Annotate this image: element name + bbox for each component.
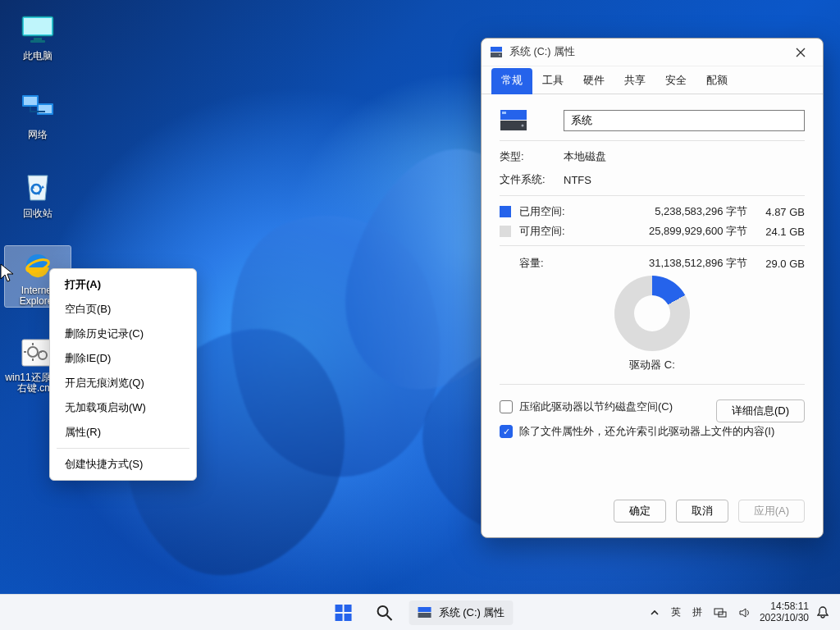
taskbar-app-properties[interactable]: 系统 (C:) 属性 bbox=[409, 600, 514, 625]
menu-noaddons[interactable]: 无加载项启动(W) bbox=[50, 395, 196, 420]
tray-volume[interactable] bbox=[735, 605, 755, 620]
close-icon bbox=[796, 48, 806, 57]
menu-clear-history[interactable]: 删除历史记录(C) bbox=[50, 322, 196, 346]
ime-lang[interactable]: 英 bbox=[668, 604, 684, 621]
value-used-bytes: 5,238,583,296 字节 bbox=[598, 204, 747, 219]
svg-point-28 bbox=[378, 606, 388, 616]
desktop-icon-recycle-bin[interactable]: 回收站 bbox=[5, 167, 71, 221]
svg-rect-6 bbox=[24, 97, 37, 105]
label-used: 已用空间: bbox=[519, 204, 598, 219]
tray-notifications[interactable] bbox=[814, 605, 832, 621]
svg-point-19 bbox=[499, 54, 500, 56]
row-free-space: 可用空间: 25,899,929,600 字节 24.1 GB bbox=[500, 224, 805, 239]
used-color-swatch bbox=[500, 206, 511, 217]
bell-icon bbox=[817, 606, 829, 619]
tray-chevron[interactable] bbox=[646, 606, 663, 619]
value-capacity-gb: 29.0 GB bbox=[747, 258, 805, 270]
value-capacity-bytes: 31,138,512,896 字节 bbox=[598, 256, 747, 271]
checkbox-icon bbox=[500, 400, 513, 413]
tab-quota[interactable]: 配额 bbox=[696, 67, 737, 94]
free-color-swatch bbox=[500, 226, 511, 237]
cancel-button[interactable]: 取消 bbox=[676, 500, 728, 523]
drive-icon bbox=[490, 46, 503, 59]
windows-logo-icon bbox=[335, 604, 353, 622]
desktop-icon-label: 此电脑 bbox=[5, 49, 71, 63]
svg-point-23 bbox=[522, 125, 524, 127]
tray-network[interactable] bbox=[710, 605, 730, 620]
row-used-space: 已用空间: 5,238,583,296 字节 4.87 GB bbox=[500, 204, 805, 219]
menu-properties[interactable]: 属性(R) bbox=[50, 420, 196, 445]
desktop-icon-label: 回收站 bbox=[5, 207, 71, 221]
disk-cleanup-button[interactable]: 详细信息(D) bbox=[716, 399, 805, 422]
pie-caption: 驱动器 C: bbox=[629, 358, 675, 372]
value-used-gb: 4.87 GB bbox=[747, 206, 805, 218]
dialog-title: 系统 (C:) 属性 bbox=[509, 45, 575, 59]
drive-large-icon bbox=[500, 109, 564, 132]
clock-time: 14:58:11 bbox=[760, 601, 809, 613]
svg-rect-30 bbox=[418, 607, 431, 612]
tab-security[interactable]: 安全 bbox=[655, 67, 696, 94]
menu-separator bbox=[57, 448, 189, 449]
clock-date: 2023/10/30 bbox=[760, 613, 809, 624]
drive-icon bbox=[418, 606, 432, 619]
disk-usage-pie bbox=[614, 276, 690, 351]
label-fs: 文件系统: bbox=[500, 172, 564, 187]
tab-general[interactable]: 常规 bbox=[491, 68, 532, 94]
monitor-icon bbox=[18, 13, 57, 46]
taskbar-app-label: 系统 (C:) 属性 bbox=[439, 605, 505, 620]
tab-sharing[interactable]: 共享 bbox=[614, 67, 655, 94]
svg-rect-3 bbox=[30, 40, 45, 43]
svg-rect-26 bbox=[336, 614, 343, 621]
svg-rect-24 bbox=[336, 605, 343, 612]
menu-inprivate[interactable]: 开启无痕浏览(Q) bbox=[50, 371, 196, 395]
svg-rect-20 bbox=[500, 110, 527, 120]
recycle-bin-icon bbox=[18, 171, 57, 203]
svg-line-29 bbox=[387, 615, 392, 620]
tab-hardware[interactable]: 硬件 bbox=[573, 67, 614, 94]
search-button[interactable] bbox=[368, 596, 401, 629]
ime-mode[interactable]: 拼 bbox=[689, 604, 705, 621]
search-icon bbox=[377, 605, 393, 621]
drive-name-input[interactable] bbox=[564, 110, 805, 131]
network-icon bbox=[18, 92, 57, 125]
value-fs: NTFS bbox=[564, 174, 591, 186]
close-button[interactable] bbox=[787, 43, 815, 62]
checkbox-icon: ✓ bbox=[500, 425, 513, 438]
svg-rect-2 bbox=[34, 38, 42, 40]
network-adapter-icon bbox=[714, 607, 727, 619]
tab-strip: 常规 工具 硬件 共享 安全 配额 bbox=[482, 66, 823, 94]
chevron-up-icon bbox=[650, 608, 660, 618]
svg-rect-27 bbox=[345, 614, 352, 621]
desktop-icon-label: 网络 bbox=[5, 128, 71, 142]
value-type: 本地磁盘 bbox=[564, 149, 606, 164]
drive-properties-dialog: 系统 (C:) 属性 常规 工具 硬件 共享 安全 配额 类型: 本地磁 bbox=[481, 38, 824, 538]
titlebar[interactable]: 系统 (C:) 属性 bbox=[482, 39, 823, 66]
value-free-gb: 24.1 GB bbox=[747, 226, 805, 238]
speaker-icon bbox=[738, 607, 751, 619]
svg-rect-25 bbox=[345, 605, 352, 612]
apply-button[interactable]: 应用(A) bbox=[738, 500, 805, 523]
context-menu: 打开(A) 空白页(B) 删除历史记录(C) 删除IE(D) 开启无痕浏览(Q)… bbox=[49, 268, 197, 481]
menu-create-shortcut[interactable]: 创建快捷方式(S) bbox=[50, 452, 196, 477]
value-free-bytes: 25,899,929,600 字节 bbox=[598, 224, 747, 239]
svg-rect-31 bbox=[418, 613, 431, 618]
checkbox-index-label: 除了文件属性外，还允许索引此驱动器上文件的内容(I) bbox=[519, 424, 774, 439]
desktop-icon-this-pc[interactable]: 此电脑 bbox=[5, 10, 71, 63]
menu-open[interactable]: 打开(A) bbox=[50, 272, 196, 297]
label-free: 可用空间: bbox=[519, 224, 598, 239]
ok-button[interactable]: 确定 bbox=[614, 500, 666, 523]
menu-blank-page[interactable]: 空白页(B) bbox=[50, 297, 196, 322]
tray-clock[interactable]: 14:58:11 2023/10/30 bbox=[760, 601, 809, 624]
svg-rect-21 bbox=[502, 112, 506, 114]
menu-delete-ie[interactable]: 删除IE(D) bbox=[50, 346, 196, 371]
start-button[interactable] bbox=[327, 596, 360, 629]
label-capacity: 容量: bbox=[519, 256, 598, 271]
desktop-icon-network[interactable]: 网络 bbox=[5, 89, 71, 142]
svg-rect-1 bbox=[24, 18, 52, 34]
svg-rect-17 bbox=[491, 47, 502, 52]
checkbox-index[interactable]: ✓ 除了文件属性外，还允许索引此驱动器上文件的内容(I) bbox=[500, 424, 805, 439]
label-type: 类型: bbox=[500, 149, 564, 164]
checkbox-compress-label: 压缩此驱动器以节约磁盘空间(C) bbox=[519, 399, 673, 414]
taskbar: 系统 (C:) 属性 英 拼 14:58:11 2023/10/30 bbox=[0, 594, 840, 630]
tab-tools[interactable]: 工具 bbox=[532, 67, 573, 94]
